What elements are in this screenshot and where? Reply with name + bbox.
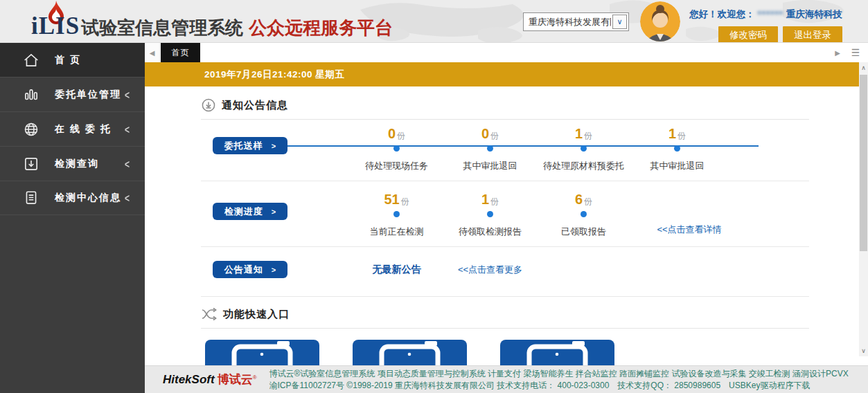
vertical-scrollbar[interactable]: ∧ ∨ xyxy=(859,62,868,356)
footer-logo: HitekSoft博试云® xyxy=(163,372,257,387)
logo-text: iLIS试验室信息管理系统公众远程服务平台 xyxy=(31,12,393,40)
no-announcements-message: 无最新公告 xyxy=(350,264,443,276)
sidebar-item-center-info[interactable]: 检测中心信息 < xyxy=(0,181,145,215)
tab-scroll-left-button[interactable]: ◀ xyxy=(145,43,160,62)
footer-line-products: 博试云®试验室信息管理系统 项目动态质量管理与控制系统 计量支付 梁场智能养生 … xyxy=(269,368,849,380)
footer-line-copyright: 渝ICP备11002727号 ©1998-2019 重庆海特科技发展有限公司 技… xyxy=(269,380,849,392)
date-bar: 2019年7月26日21:42:00 星期五 xyxy=(145,62,859,86)
notice-row-test-progress: 检测进度> 51份 当前正在检测 1份 待领取检测报告 xyxy=(201,181,809,247)
stat-value: 0 xyxy=(481,126,489,141)
quick-section-header: 功能快速入口 xyxy=(201,307,809,329)
welcome-message: 您好！欢迎您：******重庆海特科技 xyxy=(689,8,842,21)
stat-unit: 份 xyxy=(490,131,499,140)
notice-section-header: 通知公告信息 xyxy=(201,98,809,120)
welcome-company: 重庆海特科技 xyxy=(786,9,842,19)
change-password-button[interactable]: 修改密码 xyxy=(718,26,778,43)
timeline-dot xyxy=(674,145,680,152)
scrollbar-thumb[interactable] xyxy=(860,75,867,251)
sidebar-item-label: 在 线 委 托 xyxy=(55,123,112,136)
view-more-link[interactable]: <<点击查看更多 xyxy=(443,264,537,276)
stat-label: 待领取检测报告 xyxy=(443,226,537,238)
notice-row-announcements: 公告通知> 无最新公告 <<点击查看更多 xyxy=(201,247,809,297)
timeline-dot xyxy=(487,211,493,217)
timeline-dot xyxy=(393,211,400,217)
chevron-left-icon: < xyxy=(125,122,130,136)
stat-item: 51份 当前正在检测 xyxy=(350,191,443,238)
stat-item: 0份 其中审批退回 xyxy=(443,125,537,172)
user-avatar[interactable] xyxy=(640,1,680,42)
stat-value: 6 xyxy=(575,192,583,207)
notice-row-sample-delivery: 委托送样> 0份 待处理现场任务 0份 其中审批退回 xyxy=(201,120,809,181)
logout-button[interactable]: 退出登录 xyxy=(783,26,842,43)
timeline-dot xyxy=(581,145,587,152)
stat-value: 1 xyxy=(575,126,583,141)
sidebar-item-label: 委托单位管理 xyxy=(55,89,121,101)
select-arrow-icon: ∨ xyxy=(612,15,627,29)
home-icon xyxy=(23,52,39,68)
tab-scroll-right-button[interactable]: ▶ xyxy=(831,43,844,62)
content-area: ◀ 首页 ▶ ☰ 2019年7月26日21:42:00 星期五 通知公告信息 xyxy=(145,43,868,393)
arrow-right-icon: > xyxy=(272,266,276,274)
sidebar: 首 页 委托单位管理 < 在 线 委 托 < 检测查询 xyxy=(0,43,145,393)
stat-unit: 份 xyxy=(584,131,592,140)
boshiyun-logo-text: 博试云 xyxy=(218,373,253,386)
shuffle-icon xyxy=(201,307,218,322)
stat-unit: 份 xyxy=(584,196,592,206)
logo-subtitle: 公众远程服务平台 xyxy=(249,17,393,38)
sidebar-item-online-commission[interactable]: 在 线 委 托 < xyxy=(0,111,145,146)
sidebar-item-client-management[interactable]: 委托单位管理 < xyxy=(0,77,145,111)
timeline-dot xyxy=(581,211,587,217)
footer: HitekSoft博试云® 博试云®试验室信息管理系统 项目动态质量管理与控制系… xyxy=(145,365,868,393)
hiteksoft-logo-text: HitekSoft xyxy=(163,373,215,386)
stat-unit: 份 xyxy=(677,131,686,140)
app-header: iLIS试验室信息管理系统公众远程服务平台 重庆海特科技发展有限 ∨ 您好！欢迎… xyxy=(0,0,868,43)
stat-value: 1 xyxy=(481,192,489,207)
timeline-dot xyxy=(393,145,400,152)
tab-home[interactable]: 首页 xyxy=(161,43,200,62)
stat-value: 1 xyxy=(668,126,676,141)
app-logo: iLIS试验室信息管理系统公众远程服务平台 xyxy=(31,0,391,43)
page: iLIS试验室信息管理系统公众远程服务平台 重庆海特科技发展有限 ∨ 您好！欢迎… xyxy=(0,0,868,393)
sidebar-item-label: 检测查询 xyxy=(55,158,99,170)
chevron-left-icon: < xyxy=(125,157,130,171)
sidebar-item-test-query[interactable]: 检测查询 < xyxy=(0,146,145,181)
avatar-icon xyxy=(640,1,680,42)
stat-item: 6份 已领取报告 xyxy=(537,191,630,238)
download-circle-icon xyxy=(201,98,216,113)
tab-menu-icon[interactable]: ☰ xyxy=(849,43,862,62)
scroll-up-icon[interactable]: ∧ xyxy=(859,62,868,73)
scroll-down-icon[interactable]: ∨ xyxy=(859,345,868,356)
arrow-right-icon: > xyxy=(272,142,276,150)
stat-label: 已领取报告 xyxy=(537,226,630,238)
chevron-left-icon: < xyxy=(125,191,130,205)
stat-label: 当前正在检测 xyxy=(350,226,443,238)
announcements-button[interactable]: 公告通知> xyxy=(213,261,287,278)
sidebar-item-label: 检测中心信息 xyxy=(55,192,121,204)
stat-value: 51 xyxy=(384,192,399,207)
sample-delivery-stats: 0份 待处理现场任务 0份 其中审批退回 1份 待处理原材料预委托 xyxy=(287,125,809,172)
stat-label: 待处理现场任务 xyxy=(350,160,443,172)
test-progress-button[interactable]: 检测进度> xyxy=(213,203,287,220)
stat-unit: 份 xyxy=(490,196,499,206)
chevron-left-icon: < xyxy=(125,88,130,102)
tab-bar: ◀ 首页 ▶ ☰ xyxy=(145,43,868,62)
stat-label: 其中审批退回 xyxy=(443,160,537,172)
quick-section-title: 功能快速入口 xyxy=(223,308,290,321)
stat-item: 1份 待处理原材料预委托 xyxy=(537,125,630,172)
company-select[interactable]: 重庆海特科技发展有限 ∨ xyxy=(523,12,629,31)
download-box-icon xyxy=(23,156,39,172)
company-select-value: 重庆海特科技发展有限 xyxy=(524,13,611,30)
document-icon xyxy=(23,190,39,206)
stat-item: 0份 待处理现场任务 xyxy=(350,125,443,172)
header-buttons: 修改密码 退出登录 xyxy=(718,26,842,43)
sidebar-item-home[interactable]: 首 页 xyxy=(0,43,145,77)
view-details-link[interactable]: <<点击查看详情 xyxy=(630,191,748,238)
timeline-dot xyxy=(487,145,493,152)
notice-section-title: 通知公告信息 xyxy=(222,99,288,112)
sample-delivery-button[interactable]: 委托送样> xyxy=(213,137,287,154)
stat-value: 0 xyxy=(388,126,396,141)
sidebar-item-label: 首 页 xyxy=(55,54,81,66)
logo-title: 试验室信息管理系统 xyxy=(81,17,243,38)
logo-ilis: iLIS xyxy=(31,12,80,39)
welcome-greeting: 您好！欢迎您： xyxy=(689,9,755,19)
